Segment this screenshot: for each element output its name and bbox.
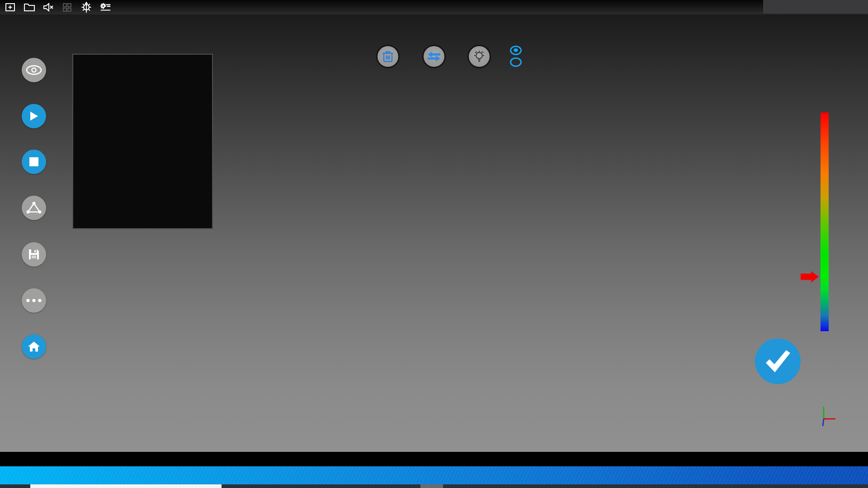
stop-button[interactable] [22,150,46,174]
save-icon [28,249,40,260]
flip-button[interactable] [422,45,446,68]
title-bar [0,0,868,14]
bulb-icon [473,50,485,63]
more-button[interactable] [22,288,46,313]
mesh-icon [26,201,42,215]
edge-strip-gray-segment [420,484,443,488]
radio-high-light[interactable] [510,44,526,56]
edge-strip-white-segment [30,484,222,488]
bottom-blue-bar [0,466,868,484]
confirm-button[interactable] [755,338,801,384]
check-icon [764,350,792,373]
play-icon [29,111,39,122]
more-dots-icon [26,299,42,302]
play-button[interactable] [22,104,46,128]
light-mode-group [510,44,526,68]
visibility-button[interactable] [22,58,46,82]
eye-icon [25,64,43,76]
depth-color-scale [821,113,829,331]
bottom-edge-strip [0,484,868,488]
radio-ring-selected [510,46,522,55]
window-title [0,0,868,14]
light-button[interactable] [467,45,491,68]
viewport-3d[interactable] [0,14,868,452]
radio-ring [510,57,522,67]
delete-button[interactable] [376,45,400,68]
flip-arrows-icon [427,51,441,62]
status-bar [0,452,868,466]
trash-icon [382,50,394,63]
home-icon [28,341,40,352]
save-button[interactable] [22,242,46,267]
stop-icon [29,157,39,167]
camera-preview [72,54,213,229]
home-button[interactable] [22,334,46,359]
axis-indicator [811,402,842,435]
radio-low-light[interactable] [510,56,526,68]
window-controls [763,0,868,14]
mesh-button[interactable] [22,196,46,220]
